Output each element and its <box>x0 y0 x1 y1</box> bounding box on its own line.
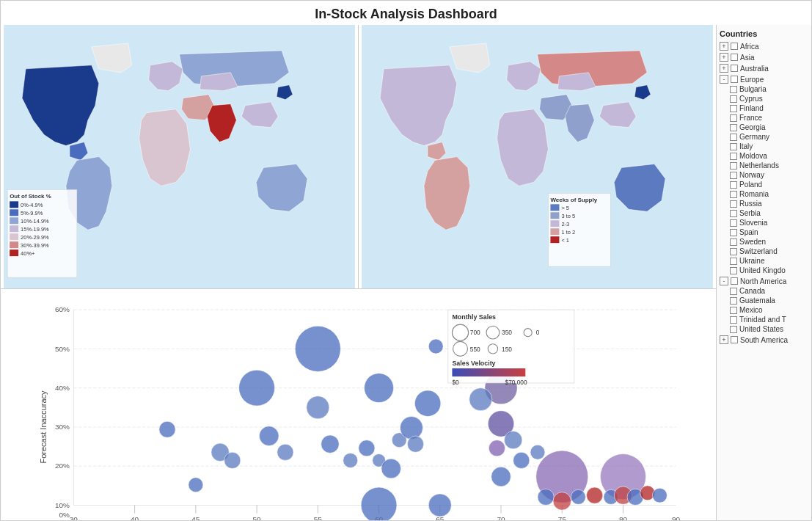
sidebar-group-south-america: + South America <box>720 335 808 345</box>
svg-text:70: 70 <box>497 515 505 520</box>
svg-text:Monthly Sales: Monthly Sales <box>452 313 496 321</box>
y-axis-label: Forecast Inaccuracy <box>39 390 48 463</box>
page-title: In-Stock Analysis Dashboard <box>1 1 811 25</box>
svg-rect-15 <box>10 249 18 256</box>
svg-point-73 <box>277 444 293 460</box>
svg-text:10%: 10% <box>55 501 70 509</box>
sidebar-group-header-africa[interactable]: + Africa <box>720 41 808 51</box>
sidebar-item-spain[interactable]: Spain <box>720 227 808 237</box>
expand-icon-africa[interactable]: + <box>720 42 728 51</box>
svg-text:30%: 30% <box>55 423 70 431</box>
sidebar-group-header-asia[interactable]: + Asia <box>720 52 808 62</box>
svg-text:Weeks of Supply: Weeks of Supply <box>550 197 597 203</box>
sidebar-item-guatemala[interactable]: Guatemala <box>720 296 808 305</box>
svg-text:40: 40 <box>131 515 139 520</box>
svg-point-81 <box>407 436 423 452</box>
expand-icon-south-america[interactable]: + <box>720 335 728 344</box>
sidebar-item-mexico[interactable]: Mexico <box>720 305 808 315</box>
sidebar-item-norway[interactable]: Norway <box>720 170 808 180</box>
svg-text:700: 700 <box>470 329 480 336</box>
svg-text:> 5: > 5 <box>561 205 569 211</box>
svg-point-67 <box>307 396 329 419</box>
sidebar-item-bulgaria[interactable]: Bulgaria <box>720 84 808 94</box>
checkbox-africa[interactable] <box>731 43 738 50</box>
svg-text:Sales Velocity: Sales Velocity <box>452 360 495 367</box>
svg-text:1 to 2: 1 to 2 <box>561 229 575 236</box>
svg-point-91 <box>504 431 522 448</box>
sidebar-item-serbia[interactable]: Serbia <box>720 208 808 218</box>
sidebar-item-germany[interactable]: Germany <box>720 132 808 142</box>
svg-point-90 <box>491 467 511 487</box>
charts-area: Out of Stock % 0%-4.9% 5%-9.9% 10%-14.9%… <box>1 25 716 520</box>
left-map-panel: Out of Stock % 0%-4.9% 5%-9.9% 10%-14.9%… <box>1 25 359 288</box>
svg-point-65 <box>295 326 340 371</box>
sidebar-group-label-south-america: South America <box>740 336 788 344</box>
sidebar-item-united-kingdom[interactable]: United Kingdo <box>720 266 808 275</box>
svg-text:20%: 20% <box>55 462 70 470</box>
sidebar-item-ukraine[interactable]: Ukraine <box>720 256 808 266</box>
sidebar-group-label-north-america: North America <box>740 277 786 285</box>
sidebar-item-russia[interactable]: Russia <box>720 199 808 208</box>
sidebar-item-trinidad[interactable]: Trinidad and T <box>720 315 808 324</box>
svg-point-93 <box>530 445 545 459</box>
svg-text:90: 90 <box>672 515 681 520</box>
svg-point-89 <box>489 440 505 456</box>
svg-point-99 <box>587 487 603 503</box>
sidebar-item-poland[interactable]: Poland <box>720 180 808 189</box>
dashboard: In-Stock Analysis Dashboard <box>0 0 812 521</box>
svg-text:20%-29.9%: 20%-29.9% <box>21 234 49 241</box>
svg-point-88 <box>469 388 492 411</box>
svg-point-82 <box>414 390 441 417</box>
checkbox-south-america[interactable] <box>731 336 738 343</box>
sidebar-item-france[interactable]: France <box>720 113 808 123</box>
svg-rect-13 <box>10 241 18 248</box>
sidebar-item-sweden[interactable]: Sweden <box>720 237 808 247</box>
scatter-panel: Forecast Inaccuracy Retail Locations <box>1 289 716 520</box>
sidebar-item-finland[interactable]: Finland <box>720 103 808 113</box>
sidebar-group-europe: - Europe Bulgaria Cyprus Finland France … <box>720 74 808 275</box>
main-content: Out of Stock % 0%-4.9% 5%-9.9% 10%-14.9%… <box>1 25 811 520</box>
sidebar-item-georgia[interactable]: Georgia <box>720 123 808 132</box>
sidebar-group-header-australia[interactable]: + Australia <box>720 63 808 73</box>
svg-text:10%-14.9%: 10%-14.9% <box>21 218 49 225</box>
sidebar-group-header-north-america[interactable]: - North America <box>720 276 808 286</box>
svg-point-85 <box>428 494 451 517</box>
svg-point-64 <box>239 370 275 406</box>
svg-text:80: 80 <box>619 515 628 520</box>
expand-icon-north-america[interactable]: - <box>720 277 728 285</box>
sidebar-item-switzerland[interactable]: Switzerland <box>720 247 808 256</box>
expand-icon-europe[interactable]: - <box>720 75 728 84</box>
sidebar-item-canada[interactable]: Canada <box>720 286 808 296</box>
sidebar-group-australia: + Australia <box>720 63 808 73</box>
svg-rect-7 <box>10 217 18 224</box>
sidebar-group-asia: + Asia <box>720 52 808 62</box>
svg-rect-9 <box>10 225 18 232</box>
svg-rect-118 <box>452 368 525 376</box>
sidebar-group-header-europe[interactable]: - Europe <box>720 74 808 84</box>
svg-text:$70,000: $70,000 <box>505 379 527 386</box>
svg-text:50: 50 <box>253 515 262 520</box>
sidebar-item-united-states[interactable]: United States <box>720 324 808 334</box>
svg-point-68 <box>159 421 175 437</box>
expand-icon-australia[interactable]: + <box>720 64 728 73</box>
checkbox-asia[interactable] <box>731 54 738 61</box>
sidebar-title: Countries <box>720 29 808 38</box>
sidebar-item-slovenia[interactable]: Slovenia <box>720 218 808 227</box>
svg-point-80 <box>400 416 423 439</box>
svg-text:40%: 40% <box>55 384 70 392</box>
checkbox-north-america[interactable] <box>731 277 738 285</box>
svg-point-74 <box>321 435 339 453</box>
sidebar-item-cyprus[interactable]: Cyprus <box>720 94 808 103</box>
expand-icon-asia[interactable]: + <box>720 53 728 62</box>
svg-text:45: 45 <box>191 515 200 520</box>
sidebar-item-netherlands[interactable]: Netherlands <box>720 161 808 170</box>
svg-text:75: 75 <box>558 515 567 520</box>
sidebar-item-moldova[interactable]: Moldova <box>720 151 808 161</box>
checkbox-australia[interactable] <box>731 65 738 72</box>
checkbox-europe[interactable] <box>731 76 738 83</box>
sidebar-group-header-south-america[interactable]: + South America <box>720 335 808 345</box>
svg-text:5%-9.9%: 5%-9.9% <box>21 210 43 216</box>
sidebar-item-italy[interactable]: Italy <box>720 142 808 151</box>
sidebar-group-africa: + Africa <box>720 41 808 51</box>
sidebar-item-romania[interactable]: Romania <box>720 189 808 199</box>
